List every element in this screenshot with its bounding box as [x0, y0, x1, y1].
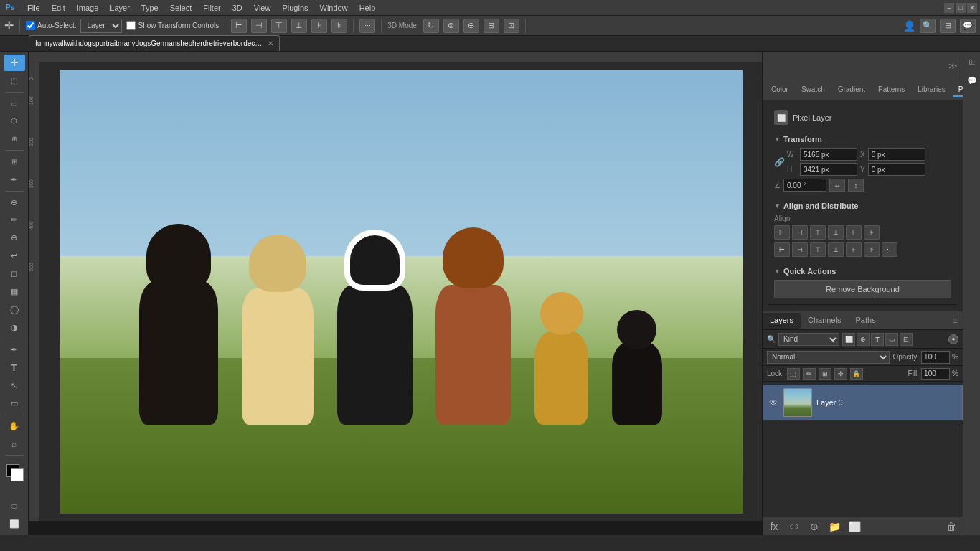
swatch-tab[interactable]: Swatch: [796, 83, 831, 97]
workspace-btn[interactable]: ⊞: [940, 19, 956, 33]
3d-roll-btn[interactable]: ⊛: [443, 19, 459, 33]
libraries-tab[interactable]: Libraries: [912, 83, 951, 97]
change-screen-mode-btn[interactable]: ⬜: [4, 516, 25, 532]
healing-btn[interactable]: ⊕: [4, 194, 25, 211]
fill-input[interactable]: [921, 368, 950, 380]
align-left-btn[interactable]: ⊢: [231, 19, 247, 33]
quick-mask-btn[interactable]: ⬭: [4, 498, 25, 514]
height-input[interactable]: [800, 163, 857, 176]
transform-header[interactable]: ▼ Transform: [774, 135, 951, 143]
quick-actions-header[interactable]: ▼ Quick Actions: [774, 267, 951, 276]
dodge-btn[interactable]: ◑: [4, 319, 25, 336]
lock-all-btn[interactable]: 🔒: [850, 368, 863, 380]
clone-stamp-btn[interactable]: ⊖: [4, 230, 25, 246]
align-bottom-edge-btn[interactable]: ⊧: [864, 225, 880, 240]
align-bottom-btn[interactable]: ⊧: [331, 19, 347, 33]
color-tab[interactable]: Color: [765, 83, 794, 97]
lock-artboards-btn[interactable]: ⊞: [819, 368, 831, 380]
move-tool-btn[interactable]: ✛: [4, 55, 25, 71]
quick-select-btn[interactable]: ⊕: [4, 131, 25, 147]
create-new-layer-button[interactable]: ⬜: [847, 519, 862, 534]
menu-item-plugins[interactable]: Plugins: [276, 2, 314, 14]
align-top-btn[interactable]: ⊥: [291, 19, 307, 33]
foreground-color-btn[interactable]: [4, 461, 25, 478]
filter-text-btn[interactable]: T: [871, 333, 884, 346]
lock-transparent-btn[interactable]: ⬚: [787, 368, 800, 380]
menu-item-file[interactable]: File: [22, 2, 46, 14]
dist-top-btn[interactable]: ⊥: [828, 242, 844, 257]
type-btn[interactable]: T: [4, 359, 25, 376]
menu-item-image[interactable]: Image: [71, 2, 105, 14]
dist-left-btn[interactable]: ⊢: [774, 242, 790, 257]
y-input[interactable]: [868, 163, 925, 176]
filter-toggle-btn[interactable]: ●: [948, 334, 958, 344]
align-center-h-btn[interactable]: ⊦: [311, 19, 327, 33]
win-close-button[interactable]: ✕: [967, 3, 977, 13]
layers-menu-btn[interactable]: ≡: [947, 313, 963, 329]
flip-horizontal-btn[interactable]: ↔: [829, 179, 845, 192]
menu-item-type[interactable]: Type: [136, 2, 164, 14]
create-group-button[interactable]: 📁: [827, 519, 842, 534]
3d-slide-btn[interactable]: ⊞: [484, 19, 499, 33]
menu-item-3d[interactable]: 3D: [227, 2, 248, 14]
tab-close-icon[interactable]: ✕: [268, 39, 273, 47]
3d-scale-btn[interactable]: ⊡: [504, 19, 519, 33]
add-fx-button[interactable]: fx: [767, 519, 781, 534]
hand-btn[interactable]: ✋: [4, 418, 25, 435]
zoom-btn[interactable]: ⌕: [4, 436, 25, 453]
angle-input[interactable]: [783, 179, 826, 192]
menu-item-view[interactable]: View: [248, 2, 277, 14]
flip-vertical-btn[interactable]: ↕: [848, 179, 864, 192]
remove-background-button[interactable]: Remove Background: [774, 280, 951, 298]
filter-adjustment-btn[interactable]: ⊕: [857, 333, 870, 346]
layer-row[interactable]: 👁 Layer 0: [763, 385, 963, 420]
blend-mode-select[interactable]: Normal Dissolve Darken Multiply Color Bu…: [767, 351, 890, 364]
eraser-btn[interactable]: ◻: [4, 265, 25, 282]
dist-v-center-btn[interactable]: ⊦: [846, 242, 862, 257]
lock-position-btn[interactable]: ✛: [834, 368, 847, 380]
menu-item-select[interactable]: Select: [164, 2, 198, 14]
filter-shape-btn[interactable]: ▭: [885, 333, 898, 346]
filter-smartobj-btn[interactable]: ⊡: [900, 333, 913, 346]
auto-select-dropdown[interactable]: Layer Group: [80, 19, 122, 33]
delete-layer-button[interactable]: 🗑: [944, 519, 958, 534]
link-dimensions-btn[interactable]: 🔗: [774, 157, 784, 167]
menu-item-window[interactable]: Window: [314, 2, 354, 14]
eyedropper-btn[interactable]: ✒: [4, 171, 25, 188]
align-left-edge-btn[interactable]: ⊢: [774, 225, 790, 240]
gradient-btn[interactable]: ▦: [4, 283, 25, 300]
comments-panel-icon[interactable]: 💬: [965, 73, 979, 88]
blur-btn[interactable]: ◯: [4, 301, 25, 318]
document-tab[interactable]: funnywalkwithdogsportraitmanydogsGermans…: [29, 35, 280, 51]
win-maximize-button[interactable]: □: [956, 3, 966, 13]
properties-panel-icon[interactable]: ⊞: [965, 55, 979, 69]
align-right-edge-btn[interactable]: ⊤: [810, 225, 826, 240]
artboard-tool-btn[interactable]: ⬚: [4, 72, 25, 89]
menu-item-edit[interactable]: Edit: [46, 2, 71, 14]
dist-right-btn[interactable]: ⊤: [810, 242, 826, 257]
menu-item-filter[interactable]: Filter: [197, 2, 226, 14]
path-select-btn[interactable]: ↖: [4, 377, 25, 394]
filter-pixel-btn[interactable]: ⬜: [842, 333, 855, 346]
expand-panel-btn[interactable]: ≫: [946, 59, 960, 73]
search-btn[interactable]: 🔍: [920, 19, 936, 33]
align-center-v-btn[interactable]: ⊣: [251, 19, 267, 33]
filter-kind-select[interactable]: Kind Name Effect Mode Attribute Color Sm…: [778, 333, 839, 346]
shapes-btn[interactable]: ▭: [4, 395, 25, 412]
comments-btn[interactable]: 💬: [960, 19, 976, 33]
crop-btn[interactable]: ⊞: [4, 154, 25, 170]
layer-visibility-toggle[interactable]: 👁: [768, 397, 779, 408]
align-header[interactable]: ▼ Align and Distribute: [774, 202, 951, 210]
align-h-center-btn[interactable]: ⊣: [792, 225, 808, 240]
lock-paint-btn[interactable]: ✏: [803, 368, 816, 380]
patterns-tab[interactable]: Patterns: [872, 83, 910, 97]
more-align-btn[interactable]: ⋯: [882, 242, 897, 257]
menu-item-layer[interactable]: Layer: [104, 2, 136, 14]
pen-btn[interactable]: ✒: [4, 342, 25, 358]
rectangular-marquee-btn[interactable]: ▭: [4, 95, 25, 112]
dist-h-center-btn[interactable]: ⊣: [792, 242, 808, 257]
width-input[interactable]: [800, 148, 857, 161]
align-top-edge-btn[interactable]: ⊥: [828, 225, 844, 240]
history-brush-btn[interactable]: ↩: [4, 248, 25, 264]
3d-pan-btn[interactable]: ⊕: [463, 19, 479, 33]
